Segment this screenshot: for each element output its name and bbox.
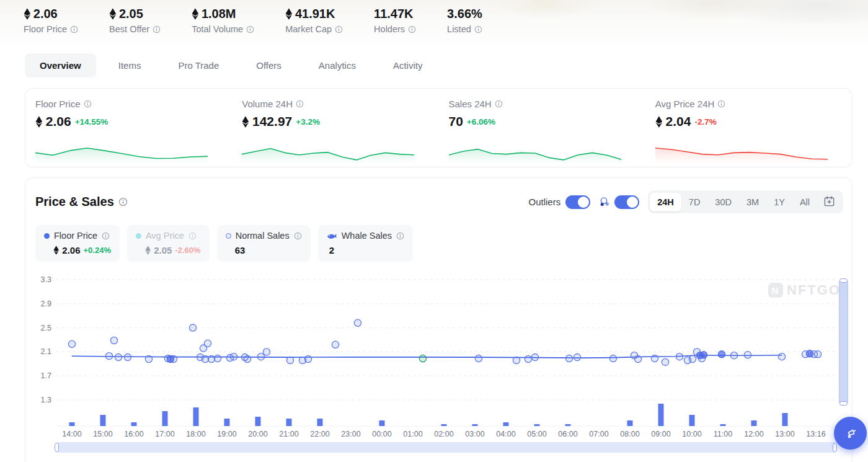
info-icon[interactable] xyxy=(495,100,503,108)
price-sales-chart[interactable]: 3.32.92.52.11.71.314:0015:0016:0017:0018… xyxy=(25,271,853,440)
info-icon[interactable] xyxy=(335,25,343,33)
info-icon[interactable] xyxy=(717,100,725,108)
normal-sale-point[interactable] xyxy=(263,349,270,355)
normal-sale-point[interactable] xyxy=(531,354,538,361)
info-icon[interactable] xyxy=(70,25,78,33)
normal-sale-point[interactable] xyxy=(124,354,131,361)
normal-sale-point[interactable] xyxy=(574,354,580,361)
normal-sale-point-dense[interactable] xyxy=(700,352,707,358)
tab-analytics[interactable]: Analytics xyxy=(304,53,371,78)
range-button-30d[interactable]: 30D xyxy=(707,193,739,211)
tab-items[interactable]: Items xyxy=(104,53,156,78)
legend-chip-floor-price[interactable]: Floor Price 2.06 +0.24% xyxy=(35,225,120,262)
normal-sale-point[interactable] xyxy=(332,341,339,348)
slider-handle[interactable] xyxy=(839,278,848,283)
info-icon[interactable] xyxy=(408,25,416,33)
info-icon[interactable] xyxy=(474,25,482,33)
normal-sale-point[interactable] xyxy=(634,355,641,362)
range-button-24h[interactable]: 24H xyxy=(650,193,681,211)
outliers-toggle[interactable] xyxy=(565,195,590,209)
normal-sale-point[interactable] xyxy=(475,355,482,362)
legend-chip-whale-sales[interactable]: Whale Sales 2 xyxy=(318,225,413,262)
tab-offers[interactable]: Offers xyxy=(241,53,296,78)
sales-volume-bar[interactable] xyxy=(379,420,385,426)
sales-volume-bar[interactable] xyxy=(627,420,633,426)
info-icon[interactable] xyxy=(153,25,161,33)
info-icon[interactable] xyxy=(396,232,404,240)
tab-activity[interactable]: Activity xyxy=(378,53,438,78)
normal-sale-point[interactable] xyxy=(68,340,75,347)
sales-volume-bar[interactable] xyxy=(69,422,75,426)
normal-sale-point[interactable] xyxy=(778,353,785,360)
sales-volume-bar[interactable] xyxy=(565,424,571,426)
normal-sale-point[interactable] xyxy=(513,357,520,363)
range-button-3m[interactable]: 3M xyxy=(739,193,766,211)
normal-sale-point[interactable] xyxy=(257,353,264,360)
sales-volume-bar[interactable] xyxy=(751,420,757,426)
sales-volume-bar[interactable] xyxy=(503,422,509,426)
normal-sale-point[interactable] xyxy=(565,355,572,362)
sales-volume-bar[interactable] xyxy=(720,424,726,426)
normal-sale-point[interactable] xyxy=(676,353,683,360)
normal-sale-point[interactable] xyxy=(214,355,221,362)
normal-sale-point[interactable] xyxy=(525,355,531,362)
normal-sale-point[interactable] xyxy=(814,351,821,358)
normal-sale-point-dense[interactable] xyxy=(718,351,725,358)
sales-volume-bar[interactable] xyxy=(131,422,137,426)
info-icon[interactable] xyxy=(118,197,128,207)
normal-sale-point[interactable] xyxy=(730,352,737,359)
normal-sale-point[interactable] xyxy=(286,357,293,363)
legend-chip-avg-price[interactable]: Avg Price 2.05 -2.60% xyxy=(127,225,210,262)
sales-volume-bar[interactable] xyxy=(255,417,261,426)
normal-sale-point[interactable] xyxy=(609,355,616,362)
normal-sale-point[interactable] xyxy=(244,355,250,362)
x-axis-zoom-slider[interactable] xyxy=(56,442,835,453)
slider-handle[interactable] xyxy=(839,401,848,406)
wash-filter-toggle[interactable] xyxy=(614,195,639,209)
normal-sale-point[interactable] xyxy=(204,340,211,347)
normal-sale-point[interactable] xyxy=(354,319,361,326)
normal-sale-point[interactable] xyxy=(115,354,122,361)
info-icon[interactable] xyxy=(246,25,254,33)
sales-volume-bar[interactable] xyxy=(658,404,664,426)
sales-volume-bar[interactable] xyxy=(689,415,695,426)
normal-sale-point[interactable] xyxy=(105,353,112,360)
normal-sale-point[interactable] xyxy=(744,352,751,358)
sales-volume-bar[interactable] xyxy=(224,419,230,426)
info-icon[interactable] xyxy=(118,197,128,207)
normal-sale-point[interactable] xyxy=(189,324,196,331)
sales-volume-bar[interactable] xyxy=(100,415,106,426)
sales-volume-bar[interactable] xyxy=(317,419,323,426)
sales-volume-bar[interactable] xyxy=(441,424,447,426)
sales-volume-bar[interactable] xyxy=(534,424,540,426)
info-icon[interactable] xyxy=(296,100,304,108)
tab-pro-trade[interactable]: Pro Trade xyxy=(163,53,234,78)
sales-volume-bar[interactable] xyxy=(472,424,478,426)
range-button-all[interactable]: All xyxy=(792,193,817,211)
normal-sale-point-dense[interactable] xyxy=(806,350,813,357)
feedback-fab-button[interactable] xyxy=(834,417,867,450)
info-icon[interactable] xyxy=(102,232,110,240)
normal-sale-point[interactable] xyxy=(304,355,311,362)
range-button-7d[interactable]: 7D xyxy=(681,193,708,211)
info-icon[interactable] xyxy=(84,100,92,108)
calendar-range-button[interactable] xyxy=(817,192,841,211)
info-icon[interactable] xyxy=(294,232,302,240)
slider-handle[interactable] xyxy=(833,443,837,452)
normal-sale-point[interactable] xyxy=(145,355,152,362)
normal-sale-point[interactable] xyxy=(230,353,237,360)
normal-sale-point[interactable] xyxy=(651,355,658,362)
info-icon[interactable] xyxy=(188,232,197,240)
normal-sale-point[interactable] xyxy=(110,337,117,344)
sales-volume-bar[interactable] xyxy=(162,411,168,426)
legend-chip-normal-sales[interactable]: Normal Sales 63 xyxy=(217,225,311,262)
sales-volume-bar[interactable] xyxy=(286,419,292,426)
range-button-1y[interactable]: 1Y xyxy=(766,193,792,211)
sales-volume-bar[interactable] xyxy=(193,407,199,426)
sales-volume-bar[interactable] xyxy=(782,413,788,426)
tab-overview[interactable]: Overview xyxy=(25,53,96,78)
slider-handle[interactable] xyxy=(55,443,59,452)
y-axis-zoom-slider[interactable] xyxy=(839,280,848,404)
normal-sale-point[interactable] xyxy=(689,355,696,362)
normal-sale-point-dense[interactable] xyxy=(167,355,174,362)
